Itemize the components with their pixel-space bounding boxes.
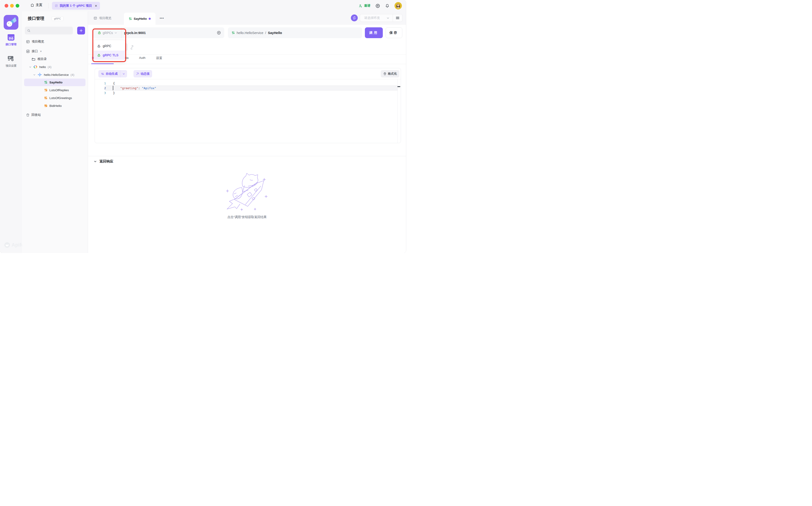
response-section-header[interactable]: 返回响应 [94,159,113,164]
doc-tabstrip: 项目概览 SayHello ••• 请选择环境 [88,11,406,25]
user-avatar[interactable] [394,2,402,9]
editor-toolbar: 自动生成 动态值 [95,68,401,79]
tree-item-project-overview[interactable]: 项目概览 [26,38,44,45]
invite-button[interactable]: 邀请 [359,4,370,8]
code-line[interactable]: "greeting": "Apifox" [113,86,156,90]
service-method-field[interactable]: hello.HelloService / SayHello [228,27,362,38]
tree-item-method-sayhello[interactable]: SayHello [44,79,63,86]
search-input[interactable] [32,29,73,33]
traffic-close-button[interactable] [5,4,8,8]
tab-sayhello-active[interactable]: SayHello [124,13,156,25]
line-number: 1 [97,82,106,85]
chevron-expanded-icon[interactable] [33,74,35,76]
home-label: 主页 [36,3,42,7]
more-tabs-button[interactable]: ••• [160,16,164,20]
method-name: LotsOfGreetings [50,96,72,100]
home-icon [30,3,34,7]
rail-item-api-manage[interactable]: 接口管理 [0,34,22,47]
code-line[interactable]: } [113,91,115,95]
code-token: { [113,82,115,85]
service-name: hello.HelloService [44,73,69,77]
rail-settings-label: 项目设置 [5,64,16,68]
settings-gear-icon[interactable] [375,3,380,8]
tree-item-method-bidihello[interactable]: BidiHello [44,102,62,109]
service-count: (4) [71,73,75,77]
dynamic-value-label: 动态值 [141,72,150,76]
divider [88,156,406,156]
divider [88,64,406,64]
annotation-highlight-box [92,28,126,62]
api-manage-icon [7,34,15,41]
line-number: 3 [97,91,106,95]
code-line[interactable]: { [113,82,115,85]
code-token: } [113,91,115,95]
response-title: 返回响应 [99,159,113,164]
sync-button[interactable] [351,14,358,21]
api-panel: 接口管理 gRPC 项目概览 接口 ▼ 根目录 [22,11,88,253]
search-icon [27,29,30,32]
tree-item-interfaces[interactable]: 接口 ▼ [26,48,42,55]
method-name: SayHello [50,81,63,84]
project-settings-icon [7,55,15,63]
server-streaming-icon [44,88,48,92]
magic-wand-icon [136,72,139,75]
traffic-minimize-button[interactable] [10,4,14,8]
caret-down-icon[interactable]: ▼ [40,50,42,53]
server-url-input[interactable] [121,31,217,35]
home-button[interactable]: 主页 [30,3,42,7]
tree-item-root-folder[interactable]: 根目录 [31,55,47,63]
dynamic-value-button[interactable]: 动态值 [133,70,152,77]
service-path: hello.HelloService [237,31,263,35]
tree-item-recycle-bin[interactable]: 回收站 [26,111,41,118]
project-tab[interactable]: 我的第 1 个 gRPC 项目 ✕ [52,2,100,10]
invoke-button[interactable]: 调用 [365,27,383,38]
rail-item-project-settings[interactable]: 项目设置 [0,55,22,68]
client-streaming-icon [44,96,48,100]
tree-overview-label: 项目概览 [32,39,44,44]
tree-item-service[interactable]: hello.HelloService (4) [33,71,75,78]
tree-root-label: 根目录 [37,57,47,61]
format-button[interactable]: 格式化 [381,70,399,77]
tree-item-method-lotsofreplies[interactable]: LotsOfReplies [44,86,69,94]
auto-generate-button[interactable]: 自动生成 [98,70,127,77]
tab-settings[interactable]: 设置 [156,56,162,60]
auto-generate-label: 自动生成 [106,72,118,76]
method-name: LotsOfReplies [50,88,69,92]
bidi-streaming-icon [44,104,48,107]
editor-scrollbar[interactable] [397,79,397,143]
add-server-icon[interactable] [217,30,221,35]
code-token [113,86,120,90]
save-button[interactable]: 保存 [385,27,402,38]
auto-generate-caret[interactable] [120,73,127,75]
traffic-zoom-button[interactable] [16,4,19,8]
main-area: 项目概览 SayHello ••• 请选择环境 [88,11,406,253]
titlebar-right: 邀请 [359,0,402,11]
tab-overview-label: 项目概览 [99,16,111,20]
environment-select[interactable]: 请选择环境 [360,14,402,22]
project-tab-label: 我的第 1 个 gRPC 项目 [60,4,92,8]
fox-rocket-illustration [220,172,273,211]
external-link-icon [55,4,58,7]
add-api-button[interactable] [77,27,85,34]
proto-count: (4) [48,65,52,69]
apifox-window: 主页 我的第 1 个 gRPC 项目 ✕ 邀请 [0,0,406,253]
close-tab-icon[interactable]: ✕ [95,4,97,8]
tree-interfaces-label: 接口 [32,49,38,53]
link-icon [130,45,134,50]
invite-person-plus-icon [359,4,363,8]
menu-hamburger-icon[interactable] [393,16,402,19]
grpc-service-icon [37,73,42,77]
notifications-bell-icon[interactable] [385,4,389,8]
format-label: 格式化 [388,72,397,76]
tree-item-proto-hello[interactable]: hello (4) [29,63,52,71]
chevron-down-icon [386,16,393,19]
refresh-icon [101,72,104,75]
left-rail: 接口管理 项目设置 Apifox [0,11,22,253]
chevron-expanded-icon[interactable] [29,66,31,68]
tab-auth[interactable]: Auth [139,56,146,60]
tab-project-overview[interactable]: 项目概览 [94,11,111,25]
title-bar: 主页 我的第 1 个 gRPC 项目 ✕ 邀请 [0,0,406,11]
message-editor: 自动生成 动态值 [95,68,401,143]
unsaved-dot [149,18,151,20]
tree-item-method-lotsofgreetings[interactable]: LotsOfGreetings [44,94,72,101]
